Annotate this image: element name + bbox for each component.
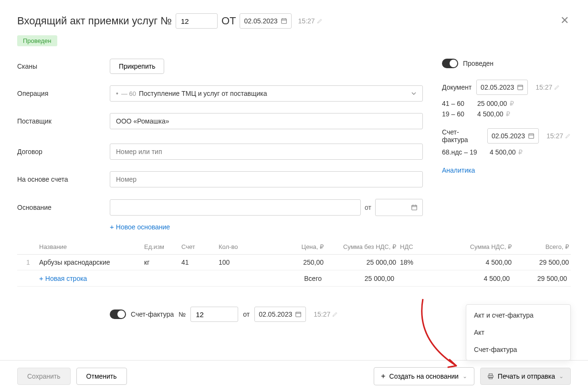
invoice-from-label: от xyxy=(243,310,250,318)
invoice-section-date-input[interactable]: 02.05.2023 xyxy=(254,307,306,322)
invoice-number-input[interactable] xyxy=(190,307,238,322)
svg-rect-14 xyxy=(489,374,492,376)
posted-toggle-label: Проведен xyxy=(463,60,494,67)
doc-time[interactable]: 15:27 xyxy=(298,17,323,25)
pencil-icon xyxy=(554,84,560,90)
basis-label: Основание xyxy=(17,204,110,211)
calendar-icon xyxy=(528,133,535,139)
title-prefix: Входящий акт приемки услуг № xyxy=(17,15,172,27)
accounting-entry: 41 – 60 25 000,00 ₽ xyxy=(442,100,571,107)
items-table: Название Ед.изм Счет Кол-во Цена, ₽ Сумм… xyxy=(17,239,571,287)
accounting-entry: 19 – 60 4 500,00 ₽ xyxy=(442,110,571,118)
based-on-invoice-input[interactable] xyxy=(110,171,423,187)
new-basis-link[interactable]: + Новое основание xyxy=(110,223,170,231)
pencil-icon xyxy=(332,311,338,317)
svg-rect-4 xyxy=(412,206,417,210)
calendar-icon xyxy=(295,311,302,318)
supplier-select[interactable]: ООО «Ромашка» xyxy=(110,113,423,129)
totals-label: Всего xyxy=(259,275,326,282)
document-header: Входящий акт приемки услуг № ОТ 02.05.20… xyxy=(17,13,571,29)
document-date-input[interactable]: 02.05.2023 xyxy=(476,80,528,95)
print-dropdown-menu: Акт и счет-фактура Акт Счет-фактура xyxy=(466,304,571,361)
attach-button[interactable]: Прикрепить xyxy=(110,59,164,74)
svg-rect-10 xyxy=(529,134,534,139)
document-label: Документ xyxy=(442,83,472,91)
plus-icon: + xyxy=(381,372,385,381)
svg-rect-12 xyxy=(296,312,301,317)
doc-date-input[interactable]: 02.05.2023 xyxy=(240,13,291,29)
save-button[interactable]: Сохранить xyxy=(17,368,71,385)
calendar-icon xyxy=(517,84,524,91)
print-menu-item[interactable]: Счет-фактура xyxy=(466,341,570,358)
operation-code: — 60 xyxy=(121,90,136,97)
totals-sum-vat: 4 500,00 xyxy=(436,275,514,282)
chevron-down-icon: ⌄ xyxy=(462,373,467,380)
invoice-num-label: № xyxy=(178,310,186,318)
pencil-icon xyxy=(317,18,323,24)
chevron-down-icon: ⌄ xyxy=(559,373,564,380)
invoice-date-input[interactable]: 02.05.2023 xyxy=(487,128,539,144)
status-badge: Проведен xyxy=(17,35,57,46)
from-label: ОТ xyxy=(221,15,236,27)
posted-toggle[interactable] xyxy=(442,59,458,68)
print-menu-item[interactable]: Акт и счет-фактура xyxy=(466,307,570,324)
basis-input[interactable] xyxy=(110,199,361,216)
close-button[interactable]: ✕ xyxy=(560,15,569,26)
print-menu-item[interactable]: Акт xyxy=(466,324,570,341)
print-send-button[interactable]: Печать и отправка ⌄ xyxy=(480,368,571,385)
based-on-invoice-label: На основе счета xyxy=(17,175,110,183)
operation-text: Поступление ТМЦ и услуг от поставщика xyxy=(139,90,267,97)
invoice-label: Счет-фактура xyxy=(442,128,483,144)
scans-label: Сканы xyxy=(17,62,110,70)
totals-total: 29 500,00 xyxy=(514,275,571,282)
plus-icon: + xyxy=(110,223,114,231)
svg-rect-0 xyxy=(281,19,286,24)
supplier-label: Поставщик xyxy=(17,117,110,125)
contract-label: Договор xyxy=(17,148,110,155)
calendar-icon xyxy=(411,204,418,211)
accounting-entry: 68.ндс – 19 4 500,00 ₽ xyxy=(442,148,571,156)
footer-bar: Сохранить Отменить + Создать на основани… xyxy=(0,360,588,392)
add-row-link[interactable]: + Новая строка xyxy=(39,274,87,282)
cancel-button[interactable]: Отменить xyxy=(76,368,127,385)
create-based-button[interactable]: + Создать на основании ⌄ xyxy=(374,367,474,385)
operation-select[interactable]: • — 60 Поступление ТМЦ и услуг от постав… xyxy=(110,85,423,102)
chevron-down-icon xyxy=(411,91,417,96)
invoice-toggle[interactable] xyxy=(110,309,126,319)
totals-sum-no-vat: 25 000,00 xyxy=(326,275,398,282)
invoice-section-time[interactable]: 15:27 xyxy=(314,310,338,318)
basis-from-label: от xyxy=(365,204,371,211)
printer-icon xyxy=(487,373,494,380)
doc-number-input[interactable] xyxy=(176,13,218,29)
document-time[interactable]: 15:27 xyxy=(536,83,560,91)
operation-label: Операция xyxy=(17,90,110,97)
table-row[interactable]: 1 Арбузы краснодарские кг 41 100 250,00 … xyxy=(17,255,571,270)
analytics-link[interactable]: Аналитика xyxy=(442,166,475,174)
invoice-time[interactable]: 15:27 xyxy=(546,132,571,140)
table-header: Название Ед.изм Счет Кол-во Цена, ₽ Сумм… xyxy=(17,239,571,255)
calendar-icon xyxy=(281,18,287,24)
basis-date-input[interactable] xyxy=(375,199,423,216)
pencil-icon xyxy=(565,133,571,139)
svg-rect-8 xyxy=(518,85,523,90)
contract-input[interactable] xyxy=(110,144,423,160)
invoice-section-label: Счет-фактура xyxy=(131,310,174,318)
plus-icon: + xyxy=(39,274,43,282)
